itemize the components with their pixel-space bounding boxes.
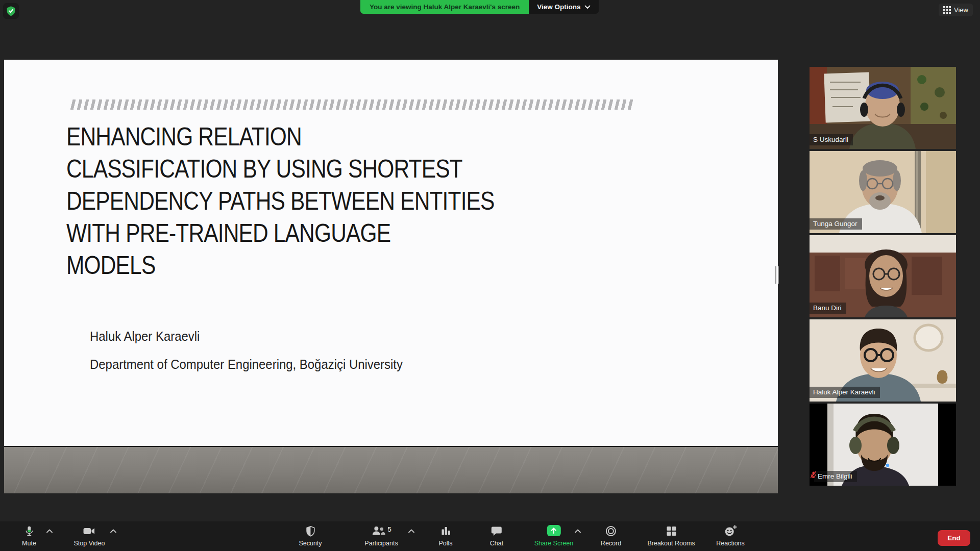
participant-name-label: Haluk Alper Karaevli (810, 387, 880, 398)
end-meeting-button[interactable]: End (938, 530, 970, 546)
stop-video-label: Stop Video (74, 540, 105, 547)
record-label: Record (601, 540, 621, 547)
participants-count: 5 (387, 525, 391, 533)
slide-title-line: MODELS (66, 249, 495, 282)
security-shield-icon (305, 525, 316, 537)
panel-resize-handle[interactable] (775, 266, 779, 284)
video-tile-tunga-gungor-active-speaker[interactable]: Tunga Gungor (810, 151, 956, 233)
screen-share-banner: You are viewing Haluk Alper Karaevli's s… (360, 0, 599, 14)
mute-label: Mute (22, 540, 36, 547)
reactions-label: Reactions (716, 540, 745, 547)
slide-title: ENHANCING RELATION CLASSIFICATION BY USI… (66, 121, 570, 282)
participants-options-caret[interactable] (408, 529, 415, 533)
record-button[interactable]: Record (601, 525, 621, 547)
slide-title-line: WITH PRE-TRAINED LANGUAGE (66, 217, 495, 249)
participants-label: Participants (364, 540, 398, 547)
participant-name: S Uskudarli (810, 134, 853, 145)
security-shield-check-icon (6, 6, 16, 16)
chat-bubble-icon (491, 525, 503, 537)
view-options-label: View Options (537, 3, 580, 11)
chat-button[interactable]: Chat (490, 525, 503, 547)
view-options-dropdown[interactable]: View Options (529, 0, 598, 14)
polls-label: Polls (438, 540, 452, 547)
participants-button[interactable]: 5 Participants (364, 525, 398, 547)
mute-button[interactable]: Mute (22, 525, 36, 547)
reactions-smiley-icon (724, 525, 737, 537)
polls-button[interactable]: Polls (438, 525, 452, 547)
security-button[interactable]: Security (299, 525, 322, 547)
video-tile-s-uskudarli[interactable]: S Uskudarli (810, 67, 956, 149)
breakout-rooms-label: Breakout Rooms (647, 540, 695, 547)
breakout-rooms-button[interactable]: Breakout Rooms (647, 525, 695, 547)
participant-name-label: S Uskudarli (810, 134, 853, 145)
viewing-screen-banner-text: You are viewing Haluk Alper Karaevli's s… (360, 0, 529, 14)
participant-name: Banu Diri (810, 303, 846, 314)
slide-title-line: ENHANCING RELATION (66, 121, 495, 153)
grid-view-icon (943, 6, 951, 14)
presentation-slide: ENHANCING RELATION CLASSIFICATION BY USI… (4, 60, 778, 446)
slide-title-line: DEPENDENCY PATHS BETWEEN ENTITIES (66, 185, 495, 217)
slide-title-line: CLASSIFICATION BY USING SHORTEST (66, 153, 495, 185)
share-screen-icon (547, 525, 561, 536)
slide-author: Haluk Alper Karaevli (90, 329, 200, 344)
view-button-label: View (954, 6, 968, 14)
stop-video-button[interactable]: Stop Video (74, 525, 105, 547)
share-screen-label: Share Screen (534, 540, 573, 547)
view-layout-button[interactable]: View (939, 4, 973, 16)
video-options-caret[interactable] (110, 529, 117, 533)
participant-name-label: Emre Bilgili (810, 471, 857, 482)
participant-name-label: Tunga Gungor (810, 218, 862, 230)
participant-name: Emre Bilgili (814, 471, 857, 482)
microphone-icon (23, 525, 35, 537)
reactions-button[interactable]: Reactions (716, 525, 745, 547)
meeting-info-button[interactable] (3, 3, 19, 19)
shared-screen-content: ENHANCING RELATION CLASSIFICATION BY USI… (4, 60, 778, 493)
share-screen-options-caret[interactable] (574, 529, 581, 533)
zoom-meeting-window: You are viewing Haluk Alper Karaevli's s… (0, 0, 980, 551)
video-tile-banu-diri[interactable]: Banu Diri (810, 235, 956, 317)
breakout-rooms-icon (665, 525, 677, 537)
mute-options-caret[interactable] (46, 529, 53, 533)
slide-affiliation: Department of Computer Engineering, Boğa… (90, 357, 403, 372)
polls-bar-chart-icon (439, 525, 452, 537)
participants-icon (371, 525, 385, 537)
participant-name: Tunga Gungor (810, 218, 862, 230)
security-label: Security (299, 540, 322, 547)
video-camera-icon (83, 525, 96, 537)
participant-name-label: Banu Diri (810, 303, 846, 314)
video-tile-haluk-alper-karaevli[interactable]: Haluk Alper Karaevli (810, 319, 956, 402)
slide-footer-texture (4, 446, 778, 493)
record-icon (605, 525, 617, 537)
slide-decorative-slashes (70, 99, 636, 110)
chevron-down-icon (584, 5, 591, 9)
chat-label: Chat (490, 540, 503, 547)
video-tile-emre-bilgili[interactable]: Emre Bilgili (810, 404, 956, 486)
share-screen-button[interactable]: Share Screen (534, 525, 573, 547)
participant-name: Haluk Alper Karaevli (810, 387, 880, 398)
meeting-toolbar: Mute Stop Video Security (0, 521, 980, 551)
